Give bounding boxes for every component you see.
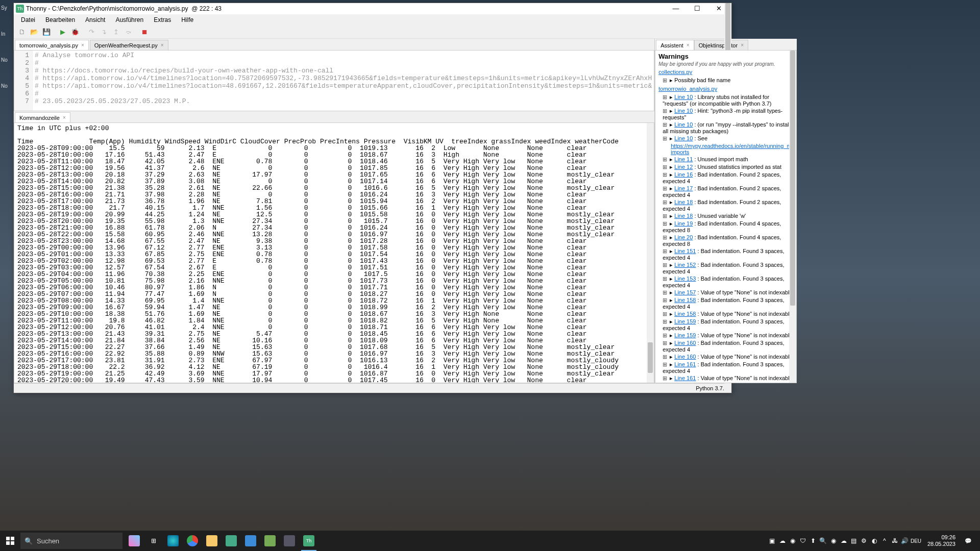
tray-icon[interactable]: ◉ xyxy=(829,537,838,544)
close-icon[interactable]: × xyxy=(161,42,164,48)
warning-item[interactable]: ⊞▸ Line 10 : Library stubs not installed… xyxy=(663,94,793,107)
tray-icon[interactable]: ☁ xyxy=(778,537,787,544)
assistant-panel[interactable]: WarningsMay be ignored if you are happy … xyxy=(655,50,797,383)
menu-edit[interactable]: Bearbeiten xyxy=(40,15,80,24)
menu-view[interactable]: Ansicht xyxy=(80,15,110,24)
taskbar-app-cortana[interactable] xyxy=(125,531,144,551)
mypy-link[interactable]: https://mypy.readthedocs.io/en/stable/ru… xyxy=(671,143,793,155)
taskbar-app-other1[interactable] xyxy=(260,531,280,551)
warning-item[interactable]: ⊞▸ Line 159 : Value of type "None" is no… xyxy=(663,332,793,339)
desktop-icon[interactable]: No xyxy=(1,83,12,89)
tray-icon[interactable]: ☁ xyxy=(839,537,848,544)
warning-item[interactable]: ⊞▸ Line 17 : Bad indentation. Found 2 sp… xyxy=(663,185,793,198)
tab-openweather[interactable]: OpenWeatherRequest.py× xyxy=(90,40,168,50)
tray-icon[interactable]: ◐ xyxy=(870,537,879,544)
warning-item[interactable]: ⊞▸ Line 19 : Bad indentation. Found 4 sp… xyxy=(663,220,793,233)
warning-item[interactable]: ⊞▸ Line 160 : Bad indentation. Found 3 s… xyxy=(663,340,793,353)
taskbar-app-other2[interactable] xyxy=(280,531,299,551)
tray-icon[interactable]: ⬆ xyxy=(808,537,818,544)
warning-item[interactable]: ⊞▸ Line 160 : Value of type "None" is no… xyxy=(663,354,793,360)
maximize-button[interactable]: ☐ xyxy=(687,4,708,14)
warning-item[interactable]: ⊞▸ Line 161 : Value of type "None" is no… xyxy=(663,375,793,382)
taskbar-app-thonny[interactable]: Th xyxy=(299,531,318,551)
desktop-icon[interactable]: In xyxy=(1,31,12,37)
step-over-icon[interactable]: ↷ xyxy=(87,28,96,37)
tray-language-icon[interactable]: DEU xyxy=(911,538,920,544)
menu-extras[interactable]: Extras xyxy=(149,15,176,24)
taskbar-app-explorer[interactable] xyxy=(202,531,222,551)
taskbar-search[interactable]: 🔍 Suchen xyxy=(20,533,122,549)
tray-notifications-icon[interactable]: 💬 xyxy=(959,538,978,544)
close-icon[interactable]: × xyxy=(63,115,66,120)
resume-icon[interactable]: ⤼ xyxy=(124,28,133,37)
close-icon[interactable]: × xyxy=(741,42,744,48)
tray-icon[interactable]: 🔍 xyxy=(819,537,828,544)
new-file-icon[interactable]: 🗋 xyxy=(17,28,27,37)
scroll-thumb[interactable] xyxy=(648,342,653,373)
tab-label: Objektinspektor xyxy=(699,42,738,48)
tray-icon[interactable]: ▣ xyxy=(768,537,777,544)
stop-icon[interactable]: ⏹ xyxy=(140,28,149,37)
warning-item[interactable]: ⊞▸ Line 10 : Hint: "python3 -m pip insta… xyxy=(663,108,793,120)
warning-item[interactable]: ⊞▸ Line 161 : Bad indentation. Found 3 s… xyxy=(663,361,793,374)
close-icon[interactable]: × xyxy=(81,42,84,48)
tab-assistant[interactable]: Assistent× xyxy=(656,40,694,50)
assistant-scrollbar[interactable] xyxy=(789,51,796,383)
taskbar-app-edge[interactable] xyxy=(163,531,183,551)
warning-item[interactable]: ⊞▸ Line 157 : Value of type "None" is no… xyxy=(663,289,793,296)
tab-tomorrowio[interactable]: tomorrowio_analysis.py× xyxy=(15,40,89,50)
debug-icon[interactable]: 🐞 xyxy=(70,28,80,37)
titlebar[interactable]: Th Thonny - C:\Penzkofer\Python\misc\tom… xyxy=(14,3,731,14)
warning-item[interactable]: ⊞▸ Line 162 : Bad indentation. Found 3 s… xyxy=(663,383,793,383)
menu-run[interactable]: Ausführen xyxy=(110,15,149,24)
taskbar-app-mail[interactable] xyxy=(241,531,260,551)
tray-volume-icon[interactable]: 🔊 xyxy=(900,537,910,544)
open-file-icon[interactable]: 📂 xyxy=(30,28,39,37)
warning-item[interactable]: ⊞▸ Line 151 : Bad indentation. Found 3 s… xyxy=(663,248,793,261)
minimize-button[interactable]: — xyxy=(665,4,687,14)
desktop-icon[interactable]: Sy xyxy=(1,5,12,11)
menu-file[interactable]: Datei xyxy=(16,15,40,24)
save-file-icon[interactable]: 💾 xyxy=(42,28,51,37)
warning-item[interactable]: ⊞▸ Line 11 : Unused import math xyxy=(663,156,793,163)
run-icon[interactable]: ▶ xyxy=(58,28,67,37)
warning-item[interactable]: ⊞▸ Line 153 : Bad indentation. Found 3 s… xyxy=(663,276,793,288)
warning-item[interactable]: ⊞▸ Line 152 : Bad indentation. Found 3 s… xyxy=(663,262,793,274)
scroll-thumb[interactable] xyxy=(790,51,795,306)
warning-item[interactable]: ⊞▸ Line 18 : Unused variable 'w' xyxy=(663,213,793,219)
tray-icon[interactable]: ▤ xyxy=(849,537,859,544)
taskbar-app-store[interactable] xyxy=(222,531,241,551)
start-button[interactable] xyxy=(0,531,20,551)
tab-shell[interactable]: Kommandozeile× xyxy=(15,112,70,122)
warning-item[interactable]: ⊞▸ Line 16 : Bad indentation. Found 2 sp… xyxy=(663,171,793,184)
taskbar-app-chrome[interactable] xyxy=(183,531,202,551)
warning-item[interactable]: ⊞▸ Line 20 : Bad indentation. Found 4 sp… xyxy=(663,234,793,247)
warning-item[interactable]: ⊞▸ Line 159 : Bad indentation. Found 3 s… xyxy=(663,318,793,331)
step-into-icon[interactable]: ↴ xyxy=(99,28,108,37)
warning-item[interactable]: ⊞▸ Possibly bad file name xyxy=(663,77,793,84)
tray-chevron-icon[interactable]: ^ xyxy=(880,537,889,544)
code-body[interactable]: # Analyse tomorrow.io API # # https://do… xyxy=(33,51,654,111)
tray-network-icon[interactable]: 🖧 xyxy=(890,537,899,544)
warning-item[interactable]: ⊞▸ Line 10 : (or run "mypy --install-typ… xyxy=(663,121,793,134)
warning-item[interactable]: ⊞▸ Line 12 : Unused statistics imported … xyxy=(663,164,793,170)
menu-help[interactable]: Hilfe xyxy=(176,15,199,24)
tray-icon[interactable]: 🛡 xyxy=(798,537,807,544)
desktop-icon[interactable]: No xyxy=(1,57,12,63)
tray-icon[interactable]: ◉ xyxy=(788,537,797,544)
file-link[interactable]: collections.py xyxy=(658,69,793,75)
taskbar-app-taskview[interactable]: ⊞ xyxy=(144,531,163,551)
tab-object-inspector[interactable]: Objektinspektor× xyxy=(694,40,748,50)
warning-item[interactable]: ⊞▸ Line 10 : See xyxy=(663,135,793,142)
shell-output[interactable]: Time in UTC plus +02:00 Time Temp(App) H… xyxy=(14,122,654,383)
close-icon[interactable]: × xyxy=(687,42,690,48)
tray-icon[interactable]: ⚙ xyxy=(860,537,869,544)
warning-item[interactable]: ⊞▸ Line 158 : Bad indentation. Found 3 s… xyxy=(663,297,793,310)
shell-scrollbar[interactable] xyxy=(647,123,654,383)
warning-item[interactable]: ⊞▸ Line 158 : Value of type "None" is no… xyxy=(663,311,793,317)
tray-clock[interactable]: 09:26 28.05.2023 xyxy=(924,534,959,547)
file-link[interactable]: tomorrowio_analysis.py xyxy=(658,86,793,92)
step-out-icon[interactable]: ↥ xyxy=(111,28,120,37)
code-editor[interactable]: 1234567 # Analyse tomorrow.io API # # ht… xyxy=(14,50,654,111)
warning-item[interactable]: ⊞▸ Line 18 : Bad indentation. Found 2 sp… xyxy=(663,199,793,212)
